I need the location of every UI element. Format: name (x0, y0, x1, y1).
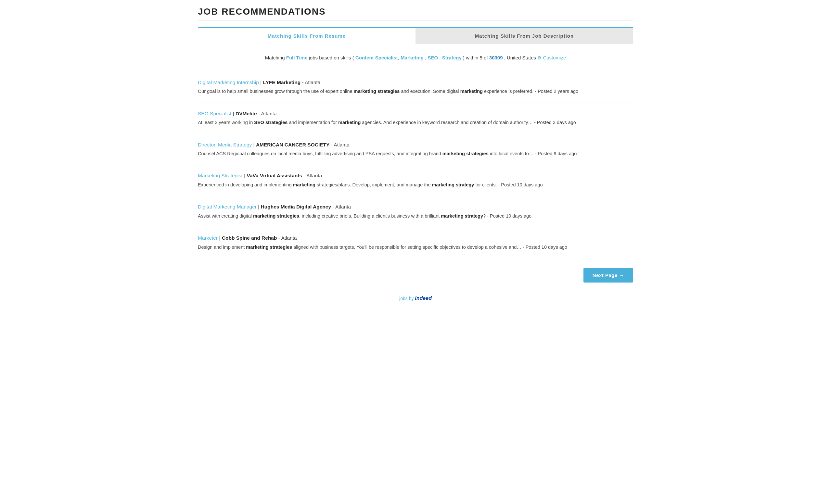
matching-prefix: Matching (265, 55, 286, 60)
list-item: SEO Specialist | DVMelite - Atlanta At l… (198, 103, 633, 134)
matching-info: Matching Full Time jobs based on skills … (198, 54, 633, 62)
job-company: DVMelite (235, 111, 257, 116)
list-item: Digital Marketing Internship | LYFE Mark… (198, 72, 633, 103)
skill-marketing[interactable]: Marketing (401, 55, 424, 60)
job-title-line: Director, Media Strategy | AMERICAN CANC… (198, 141, 633, 148)
separator: | (253, 142, 256, 147)
job-location: - Atlanta (302, 80, 321, 85)
next-page-area: Next Page → (198, 268, 633, 283)
tab-bar: Matching Skills From Resume Matching Ski… (198, 27, 633, 44)
separator: | (219, 235, 222, 241)
job-location: - Atlanta (332, 204, 351, 209)
job-company: LYFE Marketing (263, 80, 300, 85)
job-company: Hughes Media Digital Agency (261, 204, 331, 209)
job-title-link[interactable]: Director, Media Strategy (198, 142, 252, 147)
job-title-line: Marketing Strategist | VaVa Virtual Assi… (198, 172, 633, 179)
page-title: JOB RECOMMENDATIONS (198, 6, 633, 17)
comma1: , (425, 55, 428, 60)
job-description: Assist with creating digital marketing s… (198, 212, 633, 220)
job-company: VaVa Virtual Assistants (247, 173, 303, 178)
customize-link[interactable]: Customize (543, 54, 566, 62)
comma2: , (439, 55, 442, 60)
job-location: - Atlanta (331, 142, 349, 147)
tab-job-description[interactable]: Matching Skills From Job Description (416, 28, 633, 44)
within-number: 5 (480, 55, 482, 60)
job-location: - Atlanta (304, 173, 322, 178)
job-title-line: SEO Specialist | DVMelite - Atlanta (198, 110, 633, 117)
separator: | (258, 204, 261, 209)
skill-content-specialist[interactable]: Content Specialist (355, 55, 398, 60)
footer-jobs-text: jobs by (399, 296, 415, 301)
job-location: - Atlanta (258, 111, 277, 116)
job-count[interactable]: 30309 (489, 55, 503, 60)
title-divider (198, 20, 633, 21)
job-description: Counsel ACS Regional colleagues on local… (198, 150, 633, 157)
within-text: ) within (463, 55, 480, 60)
list-item: Marketer | Cobb Spine and Rehab - Atlant… (198, 227, 633, 258)
gear-icon: ⚙ (537, 54, 542, 62)
job-title-link[interactable]: SEO Specialist (198, 111, 231, 116)
list-item: Director, Media Strategy | AMERICAN CANC… (198, 134, 633, 165)
job-description: Experienced in developing and implementi… (198, 181, 633, 189)
skill-strategy[interactable]: Strategy (442, 55, 462, 60)
list-item: Marketing Strategist | VaVa Virtual Assi… (198, 165, 633, 196)
indeed-logo: indeed (415, 296, 432, 301)
job-title-line: Digital Marketing Internship | LYFE Mark… (198, 79, 633, 86)
job-title-link[interactable]: Digital Marketing Manager (198, 204, 257, 209)
tab-resume[interactable]: Matching Skills From Resume (198, 28, 416, 44)
job-title-link[interactable]: Digital Marketing Internship (198, 80, 259, 85)
of-text: of (484, 55, 489, 60)
next-page-button[interactable]: Next Page → (583, 268, 633, 283)
job-description: Our goal is to help small businesses gro… (198, 88, 633, 95)
separator: | (233, 111, 235, 116)
location-text: , United States (504, 55, 538, 60)
job-location: - Atlanta (279, 235, 297, 241)
job-company: AMERICAN CANCER SOCIETY (256, 142, 329, 147)
job-description: Design and implement marketing strategie… (198, 243, 633, 251)
job-type[interactable]: Full Time (286, 55, 308, 60)
job-title-link[interactable]: Marketing Strategist (198, 173, 243, 178)
job-title-line: Marketer | Cobb Spine and Rehab - Atlant… (198, 234, 633, 242)
matching-middle: jobs based on skills ( (309, 55, 355, 60)
list-item: Digital Marketing Manager | Hughes Media… (198, 196, 633, 227)
job-company: Cobb Spine and Rehab (222, 235, 277, 241)
job-title-line: Digital Marketing Manager | Hughes Media… (198, 203, 633, 210)
job-list: Digital Marketing Internship | LYFE Mark… (198, 72, 633, 258)
separator: | (244, 173, 247, 178)
skill-seo[interactable]: SEO (428, 55, 438, 60)
job-title-link[interactable]: Marketer (198, 235, 218, 241)
footer: jobs by indeed (198, 289, 633, 305)
job-description: At least 3 years working in SEO strategi… (198, 119, 633, 126)
